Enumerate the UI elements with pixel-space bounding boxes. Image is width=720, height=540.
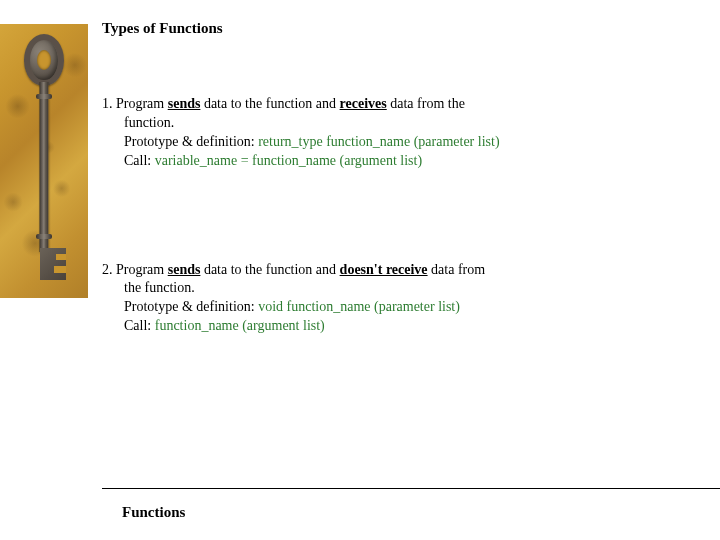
emphasis-sends: sends [168,96,201,111]
emphasis-receives: receives [340,96,387,111]
code-proto: return_type function_name (parameter lis… [258,134,499,149]
item1-proto: Prototype & definition: return_type func… [102,133,700,152]
emphasis-doesnt-receive: doesn't receive [340,262,428,277]
list-item: 2. Program sends data to the function an… [102,261,700,337]
sidebar-key-image [0,24,88,298]
list-item: 1. Program sends data to the function an… [102,95,700,171]
item2-line2: the function. [102,279,700,298]
footer-divider [102,488,720,489]
item2-call: Call: function_name (argument list) [102,317,700,336]
slide-content: Types of Functions 1. Program sends data… [102,20,700,426]
emphasis-sends: sends [168,262,201,277]
item1-call: Call: variable_name = function_name (arg… [102,152,700,171]
code-proto: void function_name (parameter list) [258,299,460,314]
key-icon [24,34,64,288]
item2-proto: Prototype & definition: void function_na… [102,298,700,317]
footer-label: Functions [122,504,185,521]
item1-line2: function. [102,114,700,133]
code-call: variable_name = function_name (argument … [155,153,422,168]
item2-line1: 2. Program sends data to the function an… [102,261,700,280]
item1-line1: 1. Program sends data to the function an… [102,95,700,114]
slide-title: Types of Functions [102,20,700,37]
code-call: function_name (argument list) [155,318,325,333]
